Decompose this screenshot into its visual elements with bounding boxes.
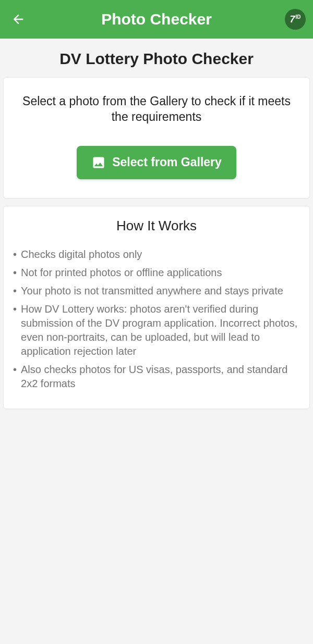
- list-item: Your photo is not transmitted anywhere a…: [13, 284, 300, 298]
- list-item: Also checks photos for US visas, passpor…: [13, 363, 300, 391]
- select-prompt-text: Select a photo from the Gallery to check…: [16, 93, 297, 125]
- logo-text: 7ID: [290, 15, 300, 24]
- list-item: Not for printed photos or offline applic…: [13, 266, 300, 280]
- gallery-button-label: Select from Gallery: [112, 155, 222, 169]
- header-title: Photo Checker: [101, 10, 212, 28]
- app-header: Photo Checker 7ID: [0, 0, 313, 39]
- select-from-gallery-button[interactable]: Select from Gallery: [77, 146, 236, 179]
- image-icon: [91, 155, 106, 170]
- app-logo-badge[interactable]: 7ID: [285, 9, 306, 30]
- back-arrow-icon: [11, 12, 26, 27]
- page-title: DV Lottery Photo Checker: [0, 50, 313, 68]
- list-item: Checks digital photos only: [13, 247, 300, 262]
- how-it-works-title: How It Works: [13, 218, 300, 234]
- how-it-works-card: How It Works Checks digital photos only …: [3, 206, 310, 409]
- select-photo-card: Select a photo from the Gallery to check…: [3, 77, 310, 199]
- back-button[interactable]: [10, 11, 26, 27]
- list-item: How DV Lottery works: photos aren't veri…: [13, 302, 300, 358]
- how-it-works-list: Checks digital photos only Not for print…: [13, 247, 300, 391]
